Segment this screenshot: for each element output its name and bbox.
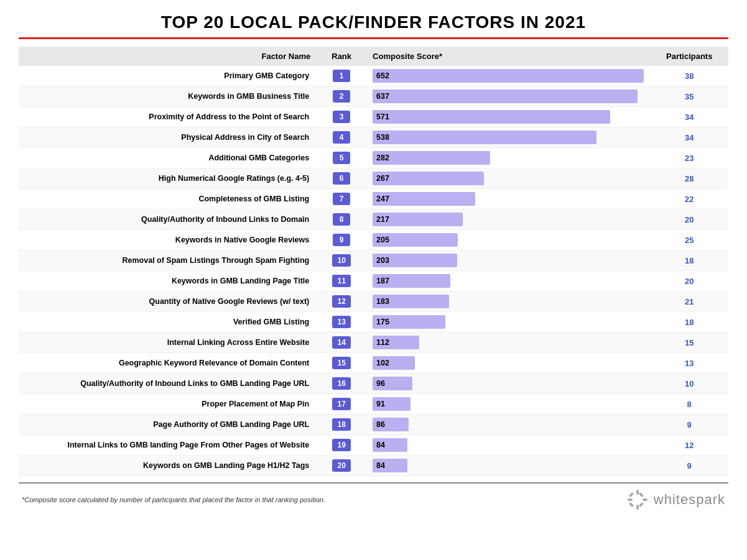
- score-cell: 652: [366, 66, 650, 86]
- table-row: Primary GMB Category165238: [19, 66, 728, 86]
- score-value: 538: [373, 133, 389, 142]
- svg-rect-4: [629, 492, 634, 497]
- participants-cell: 13: [650, 353, 728, 374]
- table-row: Quantity of Native Google Reviews (w/ te…: [19, 291, 728, 312]
- table-body: Primary GMB Category165238Keywords in GM…: [19, 66, 728, 476]
- participants-cell: 9: [650, 415, 728, 435]
- rank-badge: 7: [333, 193, 350, 205]
- rank-cell: 16: [317, 374, 366, 394]
- score-value: 187: [373, 277, 389, 285]
- table-row: Quality/Authority of Inbound Links to Do…: [19, 209, 728, 230]
- footnote-text: *Composite score calculated by number of…: [22, 496, 325, 503]
- factor-name-cell: Quality/Authority of Inbound Links to Do…: [19, 209, 317, 230]
- score-value: 571: [373, 112, 389, 121]
- factor-name-cell: Quality/Authority of Inbound Links to GM…: [19, 374, 317, 394]
- rank-cell: 9: [317, 230, 366, 250]
- svg-rect-6: [639, 492, 644, 497]
- rank-cell: 14: [317, 333, 366, 353]
- score-value: 652: [373, 71, 389, 80]
- factor-name-cell: Removal of Spam Listings Through Spam Fi…: [19, 250, 317, 271]
- rank-column-header: Rank: [317, 47, 366, 66]
- participants-cell: 23: [650, 148, 728, 168]
- score-value: 203: [373, 256, 389, 265]
- rank-cell: 11: [317, 271, 366, 291]
- table-row: Keywords in GMB Business Title263735: [19, 86, 728, 107]
- score-value: 84: [373, 441, 385, 449]
- rank-badge: 17: [332, 398, 350, 410]
- score-value: 183: [373, 297, 389, 306]
- rank-badge: 12: [332, 295, 350, 308]
- score-cell: 86: [366, 415, 650, 435]
- table-row: High Numerical Google Ratings (e.g. 4-5)…: [19, 168, 728, 189]
- table-row: Keywords in Native Google Reviews920525: [19, 230, 728, 250]
- svg-rect-3: [643, 498, 647, 501]
- page-title: TOP 20 LOCAL PACK/FINDER FACTORS IN 2021: [161, 12, 586, 32]
- rank-badge: 1: [333, 70, 350, 82]
- score-cell: 91: [366, 394, 650, 415]
- score-cell: 205: [366, 230, 650, 250]
- score-value: 91: [373, 400, 385, 408]
- score-bar: [373, 131, 596, 144]
- score-value: 86: [373, 420, 385, 429]
- score-cell: 84: [366, 435, 650, 456]
- score-value: 96: [373, 379, 385, 388]
- rank-badge: 3: [333, 111, 350, 123]
- logo-area: whitespark: [626, 489, 725, 511]
- score-value: 217: [373, 215, 389, 224]
- score-value: 175: [373, 318, 389, 326]
- rank-badge: 2: [333, 90, 350, 103]
- factor-name-cell: Quantity of Native Google Reviews (w/ te…: [19, 291, 317, 312]
- table-header-row: Factor Name Rank Composite Score* Partic…: [19, 47, 728, 66]
- table-row: Proper Placement of Map Pin17918: [19, 394, 728, 415]
- rank-badge: 19: [332, 439, 350, 451]
- participants-cell: 8: [650, 394, 728, 415]
- score-column-header: Composite Score*: [366, 47, 650, 66]
- main-table-container: Factor Name Rank Composite Score* Partic…: [19, 47, 728, 476]
- score-cell: 267: [366, 168, 650, 189]
- score-cell: 96: [366, 374, 650, 394]
- score-cell: 637: [366, 86, 650, 107]
- rank-cell: 20: [317, 456, 366, 476]
- rank-badge: 11: [332, 275, 350, 287]
- score-value: 637: [373, 92, 389, 101]
- rank-badge: 14: [332, 336, 350, 349]
- svg-rect-5: [639, 502, 644, 507]
- score-cell: 84: [366, 456, 650, 476]
- score-value: 247: [373, 195, 389, 203]
- whitespark-logo-text: whitespark: [654, 492, 725, 508]
- participants-cell: 34: [650, 107, 728, 127]
- score-cell: 217: [366, 209, 650, 230]
- rank-badge: 10: [332, 254, 350, 267]
- participants-cell: 35: [650, 86, 728, 107]
- rank-cell: 8: [317, 209, 366, 230]
- participants-cell: 28: [650, 168, 728, 189]
- factor-name-cell: High Numerical Google Ratings (e.g. 4-5): [19, 168, 317, 189]
- factor-name-cell: Proximity of Address to the Point of Sea…: [19, 107, 317, 127]
- score-cell: 571: [366, 107, 650, 127]
- participants-cell: 25: [650, 230, 728, 250]
- rank-badge: 18: [332, 418, 350, 431]
- table-row: Additional GMB Categories528223: [19, 148, 728, 168]
- score-bar: [373, 69, 644, 83]
- score-value: 282: [373, 154, 389, 162]
- rank-cell: 4: [317, 127, 366, 148]
- svg-rect-2: [628, 498, 633, 501]
- score-value: 84: [373, 461, 385, 470]
- score-value: 267: [373, 174, 389, 183]
- svg-rect-0: [636, 490, 639, 495]
- rank-cell: 12: [317, 291, 366, 312]
- rank-cell: 17: [317, 394, 366, 415]
- participants-cell: 15: [650, 333, 728, 353]
- participants-cell: 22: [650, 189, 728, 209]
- rank-cell: 13: [317, 312, 366, 333]
- table-row: Keywords in GMB Landing Page Title111872…: [19, 271, 728, 291]
- score-cell: 175: [366, 312, 650, 333]
- rank-cell: 5: [317, 148, 366, 168]
- factor-column-header: Factor Name: [19, 47, 317, 66]
- red-divider: [19, 37, 728, 39]
- rank-badge: 9: [333, 234, 350, 246]
- participants-cell: 20: [650, 209, 728, 230]
- participants-cell: 10: [650, 374, 728, 394]
- table-row: Quality/Authority of Inbound Links to GM…: [19, 374, 728, 394]
- factor-name-cell: Primary GMB Category: [19, 66, 317, 86]
